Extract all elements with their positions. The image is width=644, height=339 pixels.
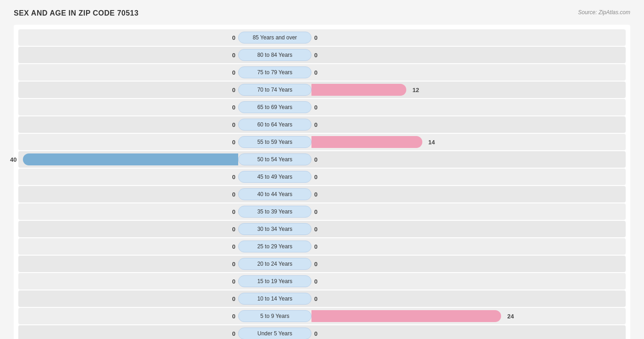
age-label: 35 to 39 Years [238, 206, 311, 218]
right-section: 0 [311, 47, 626, 63]
bar-row: 075 to 79 Years0 [18, 64, 626, 81]
right-section: 0 [311, 151, 626, 168]
right-section: 0 [311, 64, 626, 81]
left-section: 0 [18, 29, 238, 46]
age-label: 85 Years and over [238, 32, 311, 44]
right-section: 0 [311, 203, 626, 220]
right-section: 0 [311, 238, 626, 255]
right-section: 0 [311, 221, 626, 237]
right-section: 12 [311, 82, 626, 98]
bar-row: 060 to 64 Years0 [18, 116, 626, 133]
bar-row: 065 to 69 Years0 [18, 99, 626, 115]
female-zero: 0 [314, 295, 317, 302]
bar-row: 020 to 24 Years0 [18, 256, 626, 272]
chart-source: Source: ZipAtlas.com [578, 9, 630, 16]
age-label: 5 to 9 Years [238, 310, 311, 322]
male-value: 40 [10, 156, 16, 163]
age-label: 55 to 59 Years [238, 136, 311, 148]
male-zero: 0 [232, 261, 235, 268]
bar-row: 080 to 84 Years0 [18, 47, 626, 63]
age-label: 70 to 74 Years [238, 84, 311, 96]
left-section: 0 [18, 256, 238, 272]
chart-container: SEX AND AGE IN ZIP CODE 70513 Source: Zi… [0, 0, 644, 339]
age-label: 45 to 49 Years [238, 171, 311, 183]
bar-row: 055 to 59 Years14 [18, 134, 626, 150]
male-bar: 40 [23, 153, 238, 165]
left-section: 0 [18, 308, 238, 324]
male-zero: 0 [232, 313, 235, 320]
female-zero: 0 [314, 69, 317, 76]
female-zero: 0 [314, 121, 317, 128]
male-zero: 0 [232, 226, 235, 233]
female-bar: 24 [311, 310, 501, 322]
left-section: 0 [18, 238, 238, 255]
left-section: 0 [18, 82, 238, 98]
female-value: 14 [428, 139, 435, 146]
age-label: 60 to 64 Years [238, 119, 311, 131]
left-section: 0 [18, 169, 238, 185]
right-section: 0 [311, 325, 626, 339]
chart-area: 085 Years and over0080 to 84 Years0075 t… [14, 25, 630, 339]
male-zero: 0 [232, 174, 235, 180]
bar-row: 025 to 29 Years0 [18, 238, 626, 255]
female-zero: 0 [314, 208, 317, 215]
male-zero: 0 [232, 295, 235, 302]
male-zero: 0 [232, 330, 235, 337]
female-zero: 0 [314, 330, 317, 337]
female-zero: 0 [314, 52, 317, 59]
left-section: 0 [18, 64, 238, 81]
bar-row: 070 to 74 Years12 [18, 82, 626, 98]
age-label: 40 to 44 Years [238, 188, 311, 200]
left-section: 0 [18, 203, 238, 220]
right-section: 24 [311, 308, 626, 324]
male-zero: 0 [232, 87, 235, 93]
age-label: 15 to 19 Years [238, 275, 311, 287]
age-label: 50 to 54 Years [238, 153, 311, 165]
male-zero: 0 [232, 52, 235, 59]
bar-row: 085 Years and over0 [18, 29, 626, 46]
female-bar: 12 [311, 84, 406, 96]
right-section: 0 [311, 273, 626, 290]
left-section: 0 [18, 99, 238, 115]
bar-row: 4050 to 54 Years0 [18, 151, 626, 168]
female-zero: 0 [314, 34, 317, 41]
male-zero: 0 [232, 139, 235, 146]
right-section: 0 [311, 116, 626, 133]
right-section: 0 [311, 29, 626, 46]
age-label: 10 to 14 Years [238, 293, 311, 305]
bar-row: 045 to 49 Years0 [18, 169, 626, 185]
female-value: 24 [508, 313, 514, 320]
bar-row: 040 to 44 Years0 [18, 186, 626, 202]
female-value: 12 [413, 87, 419, 93]
bar-row: 010 to 14 Years0 [18, 290, 626, 307]
female-zero: 0 [314, 278, 317, 285]
left-section: 0 [18, 186, 238, 202]
female-zero: 0 [314, 174, 317, 180]
left-section: 0 [18, 116, 238, 133]
male-zero: 0 [232, 243, 235, 250]
left-section: 0 [18, 47, 238, 63]
left-section: 0 [18, 221, 238, 237]
right-section: 0 [311, 256, 626, 272]
male-zero: 0 [232, 191, 235, 198]
male-zero: 0 [232, 34, 235, 41]
bar-row: 015 to 19 Years0 [18, 273, 626, 290]
bar-row: 05 to 9 Years24 [18, 308, 626, 324]
left-section: 0 [18, 273, 238, 290]
age-label: 75 to 79 Years [238, 66, 311, 78]
right-section: 0 [311, 290, 626, 307]
left-section: 40 [18, 151, 238, 168]
female-zero: 0 [314, 191, 317, 198]
bar-row: 030 to 34 Years0 [18, 221, 626, 237]
bars-container: 085 Years and over0080 to 84 Years0075 t… [18, 29, 626, 339]
age-label: 25 to 29 Years [238, 241, 311, 252]
age-label: 30 to 34 Years [238, 223, 311, 235]
male-zero: 0 [232, 104, 235, 111]
age-label: 20 to 24 Years [238, 258, 311, 270]
female-zero: 0 [314, 261, 317, 268]
chart-title: SEX AND AGE IN ZIP CODE 70513 [14, 9, 139, 17]
right-section: 0 [311, 169, 626, 185]
female-bar: 14 [311, 136, 422, 148]
age-label: 65 to 69 Years [238, 101, 311, 113]
right-section: 0 [311, 99, 626, 115]
